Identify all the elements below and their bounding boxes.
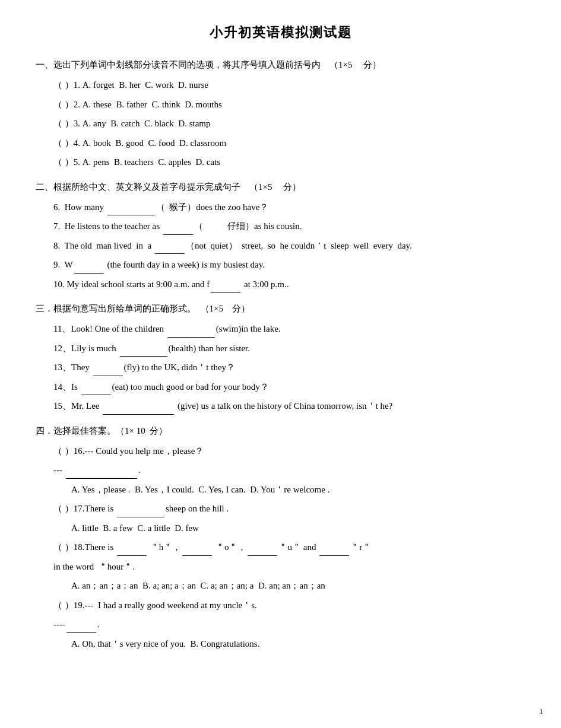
page-title: 小升初英语模拟测试题 bbox=[36, 24, 525, 42]
section-3: 三．根据句意写出所给单词的正确形式。 （1×5 分） 11、Look! One … bbox=[36, 303, 525, 415]
q17: （ ）17.There is sheep on the hill . bbox=[53, 500, 525, 517]
q14: 14、Is (eat) too much good or bad for you… bbox=[53, 379, 525, 396]
q16-options: A. Yes，please . B. Yes，I could. C. Yes, … bbox=[53, 481, 525, 498]
q2: （ ）2. A. these B. father C. think D. mou… bbox=[53, 96, 525, 113]
section-1-header: 一、选出下列单词中划线部分读音不同的选项，将其序号填入题前括号内 （1×5 分） bbox=[36, 59, 525, 71]
section-1: 一、选出下列单词中划线部分读音不同的选项，将其序号填入题前括号内 （1×5 分）… bbox=[36, 59, 525, 171]
q19-options: A. Oh, that＇s very nice of you. B. Congr… bbox=[53, 635, 525, 653]
q19: （ ）19.--- I had a really good weekend at… bbox=[53, 597, 525, 614]
q3: （ ）3. A. any B. catch C. black D. stamp bbox=[53, 115, 525, 132]
q17-options: A. little B. a few C. a little D. few bbox=[53, 520, 525, 537]
section-4-header: 四．选择最佳答案。（1× 10 分） bbox=[36, 425, 525, 437]
q7: 7. He listens to the teacher as （ 仔细）as … bbox=[53, 218, 525, 235]
q6: 6. How many （ 猴子）does the zoo have？ bbox=[53, 199, 525, 216]
section-2-header: 二、根据所给中文、英文释义及首字母提示完成句子 （1×5 分） bbox=[36, 182, 525, 193]
q4: （ ）4. A. book B. good C. food D. classro… bbox=[53, 135, 525, 152]
q15: 15、Mr. Lee (give) us a talk on the histo… bbox=[53, 398, 525, 415]
q11: 11、Look! One of the children (swim)in th… bbox=[53, 320, 525, 338]
q18-extra: in the word ＂hour＂. bbox=[53, 558, 525, 576]
q18-options: A. an；an；a；an B. a; an; a；an C. a; an；an… bbox=[53, 577, 525, 595]
q13: 13、They (fly) to the UK, didn＇t they？ bbox=[53, 359, 525, 376]
q1: （ ）1. A. forget B. her C. work D. nurse bbox=[53, 77, 525, 94]
q8: 8. The old man lived in a （not quiet） st… bbox=[53, 237, 525, 255]
q16: （ ）16.--- Could you help me，please？ bbox=[53, 443, 525, 460]
q18: （ ）18.There is ＂h＂， ＂o＂，＂u＂ and ＂r＂ bbox=[53, 539, 525, 556]
q12: 12、Lily is much (health) than her sister… bbox=[53, 340, 525, 357]
q5: （ ）5. A. pens B. teachers C. apples D. c… bbox=[53, 154, 525, 171]
q16-blank: --- . bbox=[53, 462, 525, 479]
section-2: 二、根据所给中文、英文释义及首字母提示完成句子 （1×5 分） 6. How m… bbox=[36, 182, 525, 293]
page-number: 1 bbox=[540, 707, 544, 716]
section-4: 四．选择最佳答案。（1× 10 分） （ ）16.--- Could you h… bbox=[36, 425, 525, 653]
q19-blank: ----. bbox=[53, 616, 525, 633]
section-3-header: 三．根据句意写出所给单词的正确形式。 （1×5 分） bbox=[36, 303, 525, 314]
q9: 9. W (the fourth day in a week) is my bu… bbox=[53, 256, 525, 274]
q10: 10. My ideal school starts at 9:00 a.m. … bbox=[53, 276, 525, 293]
